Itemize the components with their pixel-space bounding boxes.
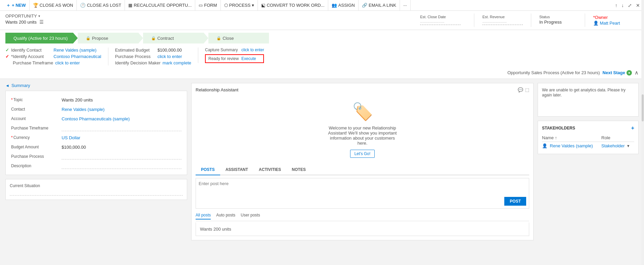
- post-list: Wants 200 units: [196, 223, 529, 236]
- email-link-button[interactable]: 🔗 EMAIL A LINK: [359, 0, 400, 11]
- stage-qualify[interactable]: Qualify (Active for 23 hours): [5, 33, 73, 43]
- propose-lock-icon: 🔒: [86, 36, 91, 40]
- form-button[interactable]: ▭ FORM: [195, 0, 221, 11]
- tab-notes[interactable]: NOTES: [286, 165, 311, 175]
- process-col-1: ✓ Identify Contact Rene Valdes (sample) …: [5, 48, 108, 65]
- summary-toggle-icon: ◄: [5, 83, 9, 88]
- process-item-decision-maker: Identify Decision Maker mark complete: [115, 60, 191, 65]
- filter-auto-posts[interactable]: Auto posts: [216, 213, 235, 219]
- process-item-account: ✓ *Identify Account Contoso Pharmaceutic…: [5, 54, 101, 59]
- down-arrow-button[interactable]: ↓: [620, 1, 625, 9]
- process-bar-container: Qualify (Active for 23 hours) 🔒 Propose …: [0, 30, 644, 79]
- collapse-process-button[interactable]: ∧: [635, 69, 639, 76]
- convert-button[interactable]: ⬕ CONVERT TO WORK ORD...: [258, 0, 328, 11]
- stakeholders-table: Name ↑ Role 👤 Rene Valdes (sample): [542, 134, 634, 150]
- process-item-timeframe: Purchase Timeframe click to enter: [5, 60, 101, 65]
- toolbar: ＋ + NEW 🏆 CLOSE AS WON 🕐 CLOSE AS LOST ▦…: [0, 0, 644, 11]
- new-icon: ＋: [6, 2, 10, 8]
- add-stakeholder-button[interactable]: +: [631, 125, 634, 131]
- menu-icon[interactable]: ☰: [39, 19, 44, 25]
- propose-label: Propose: [92, 36, 108, 41]
- up-arrow-button[interactable]: ↑: [614, 1, 619, 9]
- stage-propose[interactable]: 🔒 Propose: [78, 33, 138, 43]
- close-as-won-button[interactable]: 🏆 CLOSE AS WON: [30, 0, 77, 11]
- est-close-date-field: Est. Close Date ····················: [420, 13, 474, 27]
- process-item-purchase-process: Purchase Process click to enter: [115, 54, 191, 59]
- current-situation-value[interactable]: [10, 189, 183, 196]
- form-row-purchase-process: Purchase Process: [11, 152, 181, 161]
- main-content: ◄ Summary Topic Wants 200 units Contact …: [0, 79, 644, 244]
- close-as-lost-button[interactable]: 🕐 CLOSE AS LOST: [77, 0, 125, 11]
- expand-button[interactable]: ⤢: [626, 1, 633, 9]
- execute-button[interactable]: Execute: [241, 56, 256, 61]
- assign-button[interactable]: 👥 ASSIGN: [328, 0, 359, 11]
- ra-welcome-icon: 🏷️: [352, 102, 373, 121]
- left-panel: ◄ Summary Topic Wants 200 units Contact …: [5, 83, 187, 240]
- tab-posts[interactable]: POSTS: [196, 165, 220, 175]
- ra-tabs: POSTS ASSISTANT ACTIVITIES NOTES: [196, 165, 529, 175]
- name-column-header[interactable]: Name ↑: [542, 134, 601, 142]
- new-button[interactable]: ＋ + NEW: [3, 0, 30, 11]
- close-button[interactable]: ✕: [635, 1, 641, 9]
- close-label: Close: [223, 36, 234, 41]
- review-box: Ready for review Execute: [205, 54, 264, 63]
- process-icon: ⬡: [224, 3, 228, 8]
- est-revenue-field: Est. Revenue ····················: [474, 13, 531, 27]
- relationship-assistant-card: Relationship Assistant 💬 ⬚ 🏷️ Welcome to…: [191, 83, 534, 240]
- post-filter-tabs: All posts Auto posts User posts: [196, 211, 529, 221]
- role-chevron-icon[interactable]: ▾: [627, 143, 630, 148]
- analytics-card: We are unable to get analytics data. Ple…: [538, 83, 639, 117]
- status-field: Status In Progress: [531, 13, 585, 27]
- recalculate-button[interactable]: ▦ RECALCULATE OPPORTU...: [125, 0, 195, 11]
- next-stage-icon: ●: [626, 70, 632, 76]
- entity-label: OPPORTUNITY ▾: [5, 13, 44, 19]
- process-button[interactable]: ⬡ PROCESS ▾: [221, 0, 258, 11]
- form-row-currency: Currency US Dollar: [11, 133, 181, 142]
- ra-lets-go-button[interactable]: Let's Go!: [350, 150, 375, 158]
- owner-field: *Owner 👤 Matt Peart: [585, 13, 639, 27]
- stage-close[interactable]: 🔒 Close: [208, 33, 269, 43]
- process-col-3: Capture Summary click to enter Ready for…: [198, 48, 264, 63]
- trophy-icon: 🏆: [33, 3, 38, 8]
- more-button[interactable]: ···: [400, 0, 411, 11]
- scrollbar[interactable]: [641, 0, 644, 265]
- owner-icon: 👤: [593, 21, 599, 26]
- form-row-account: Account Contoso Pharmaceuticals (sample): [11, 114, 181, 123]
- next-stage-button[interactable]: Next Stage ●: [603, 70, 632, 76]
- process-stages: Qualify (Active for 23 hours) 🔒 Propose …: [5, 33, 639, 43]
- post-item: Wants 200 units: [200, 225, 525, 233]
- convert-icon: ⬕: [261, 3, 265, 8]
- stakeholders-header: STAKEHOLDERS +: [542, 125, 634, 131]
- tab-assistant[interactable]: ASSISTANT: [220, 165, 253, 175]
- qualify-label: Qualify (Active for 23 hours): [13, 36, 68, 41]
- ra-chat-icon[interactable]: 💬: [518, 87, 523, 92]
- form-row-description: Description: [11, 161, 181, 171]
- recalculate-icon: ▦: [128, 3, 132, 8]
- form-row-topic: Topic Wants 200 units: [11, 95, 181, 105]
- post-area: POST: [196, 178, 529, 209]
- contract-lock-icon: 🔒: [151, 36, 156, 40]
- process-details: ✓ Identify Contact Rene Valdes (sample) …: [5, 46, 639, 68]
- ra-icon-group: 💬 ⬚: [518, 87, 529, 92]
- role-column-header[interactable]: Role: [601, 134, 634, 142]
- ra-expand-icon[interactable]: ⬚: [525, 87, 529, 92]
- record-title: Wants 200 units ☰: [5, 19, 44, 25]
- table-row: 👤 Rene Valdes (sample) Stakeholder ▾: [542, 142, 634, 150]
- ra-body: 🏷️ Welcome to your new Relationship Assi…: [196, 95, 529, 165]
- filter-all-posts[interactable]: All posts: [196, 213, 211, 219]
- summary-section-header[interactable]: ◄ Summary: [5, 83, 187, 88]
- process-item-contact: ✓ Identify Contact Rene Valdes (sample): [5, 48, 101, 53]
- entity-chevron-icon[interactable]: ▾: [38, 14, 40, 18]
- post-input[interactable]: [199, 181, 526, 195]
- stage-contract[interactable]: 🔒 Contract: [143, 33, 204, 43]
- current-situation-card: Current Situation: [5, 179, 187, 200]
- form-row-budget: Budget Amount $100,000.00: [11, 142, 181, 152]
- close-lock-icon: 🔒: [216, 36, 221, 40]
- filter-user-posts[interactable]: User posts: [241, 213, 260, 219]
- person-icon: 👤: [542, 143, 547, 148]
- form-row-purchase-timeframe: Purchase Timeframe: [11, 123, 181, 133]
- tab-activities[interactable]: ACTIVITIES: [253, 165, 286, 175]
- capture-summary-row: Capture Summary click to enter: [205, 48, 264, 52]
- process-item-budget: Estimated Budget $100,000.00: [115, 48, 191, 53]
- post-button[interactable]: POST: [504, 197, 526, 206]
